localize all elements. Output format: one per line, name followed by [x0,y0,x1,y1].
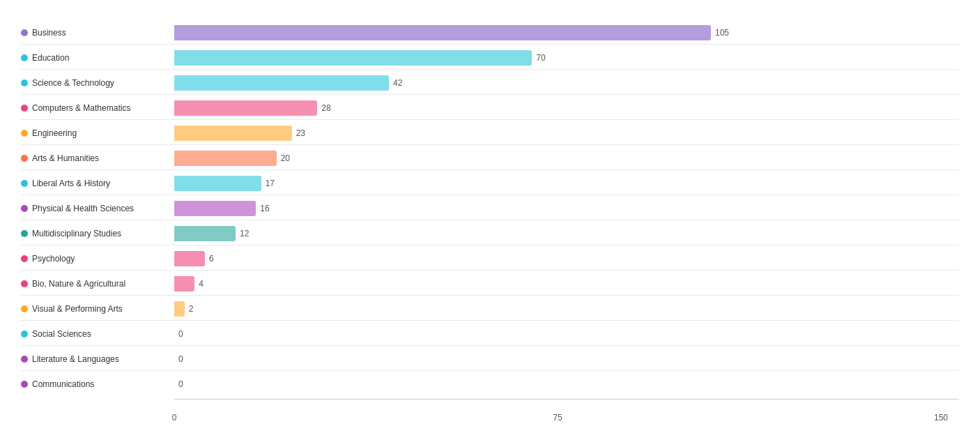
bar-container: 4 [174,276,959,291]
bar-value-label: 42 [393,78,402,88]
dot-icon [21,381,28,388]
bar-label-container: Computers & Mathematics [21,103,174,113]
bar-value-label: 28 [321,103,330,113]
bar-label-text: Education [32,53,69,63]
bar-value-label: 17 [266,179,275,188]
bars-container: Business105Education70Science & Technolo… [21,21,959,396]
bar-container: 105 [174,25,959,40]
bar-label-container: Communications [21,379,174,389]
x-tick-label: 75 [553,413,562,423]
dot-icon [21,29,28,36]
table-row: Social Sciences0 [21,322,959,346]
table-row: Visual & Performing Arts2 [21,297,959,321]
table-row: Psychology6 [21,247,959,271]
dot-icon [21,230,28,237]
bar-label-text: Communications [32,379,94,389]
bar-value-label: 16 [260,204,269,213]
bar-fill [174,226,236,241]
x-tick-label: 150 [934,413,948,423]
dot-icon [21,180,28,187]
bar-fill [174,126,292,141]
dot-icon [21,331,28,337]
bar-label-container: Liberal Arts & History [21,179,174,188]
bar-value-label: 0 [178,354,183,364]
bar-label-text: Visual & Performing Arts [32,304,123,314]
bar-label-text: Psychology [32,254,75,264]
bar-label-container: Psychology [21,254,174,264]
x-axis [174,399,959,413]
bar-label-text: Science & Technology [32,78,114,88]
bar-container: 6 [174,251,959,266]
table-row: Engineering23 [21,121,959,145]
bar-value-label: 70 [536,53,545,63]
bar-label-text: Liberal Arts & History [32,179,110,188]
table-row: Education70 [21,46,959,70]
dot-icon [21,79,28,86]
bar-fill [174,25,711,40]
dot-icon [21,356,28,363]
bar-container: 42 [174,75,959,91]
bar-container: 70 [174,50,959,66]
dot-icon [21,105,28,112]
bar-label-container: Engineering [21,128,174,138]
bar-label-container: Literature & Languages [21,354,174,364]
bar-label-container: Physical & Health Sciences [21,204,174,213]
bar-container: 2 [174,301,959,317]
bar-container: 16 [174,201,959,216]
bar-container: 0 [174,351,959,367]
bar-container: 28 [174,100,959,116]
bar-container: 12 [174,226,959,241]
bar-fill [174,201,256,216]
bar-label-text: Business [32,28,66,38]
bar-value-label: 20 [281,153,290,163]
table-row: Bio, Nature & Agricultural4 [21,272,959,296]
dot-icon [21,255,28,262]
table-row: Science & Technology42 [21,71,959,95]
bar-value-label: 12 [240,229,249,238]
bar-label-container: Visual & Performing Arts [21,304,174,314]
bar-label-text: Arts & Humanities [32,153,99,163]
table-row: Business105 [21,21,959,45]
bar-label-text: Engineering [32,128,77,138]
bar-label-text: Literature & Languages [32,354,119,364]
dot-icon [21,305,28,312]
table-row: Literature & Languages0 [21,347,959,371]
bar-label-container: Education [21,53,174,63]
chart-area: Business105Education70Science & Technolo… [21,21,959,427]
bar-fill [174,75,389,91]
dot-icon [21,280,28,287]
bar-fill [174,151,277,166]
x-labels: 075150 [174,413,959,427]
table-row: Physical & Health Sciences16 [21,197,959,220]
bar-fill [174,276,194,291]
bar-container: 0 [174,377,959,392]
bar-fill [174,301,185,317]
bar-value-label: 4 [199,279,204,289]
bar-label-text: Multidisciplinary Studies [32,229,121,238]
bar-label-text: Physical & Health Sciences [32,204,134,213]
bar-label-container: Multidisciplinary Studies [21,229,174,238]
bar-value-label: 0 [178,329,183,339]
dot-icon [21,205,28,212]
bar-label-text: Bio, Nature & Agricultural [32,279,125,289]
bar-container: 17 [174,176,959,191]
bar-label-container: Science & Technology [21,78,174,88]
bar-value-label: 6 [209,254,214,264]
x-tick-label: 0 [172,413,177,423]
bar-label-text: Computers & Mathematics [32,103,130,113]
dot-icon [21,155,28,162]
bar-value-label: 2 [189,304,194,314]
bar-value-label: 105 [715,28,729,38]
table-row: Computers & Mathematics28 [21,96,959,120]
bar-label-text: Social Sciences [32,329,91,339]
bar-value-label: 0 [178,379,183,389]
bar-label-container: Bio, Nature & Agricultural [21,279,174,289]
bar-container: 0 [174,326,959,342]
bar-container: 20 [174,151,959,166]
chart-wrapper: Business105Education70Science & Technolo… [21,21,959,427]
bar-label-container: Social Sciences [21,329,174,339]
bar-fill [174,176,261,191]
bar-label-container: Arts & Humanities [21,153,174,163]
bar-fill [174,251,205,266]
dot-icon [21,54,28,61]
